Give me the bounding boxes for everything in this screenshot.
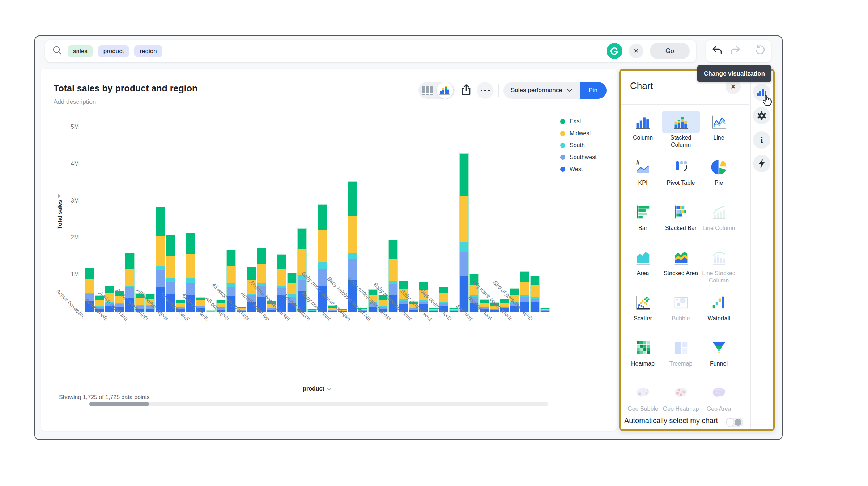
dataset-pin-combo: Sales performance Pin bbox=[503, 82, 607, 99]
bar-segment-southwest[interactable] bbox=[399, 301, 408, 304]
divider bbox=[498, 84, 499, 97]
chart-type-label: Bubble bbox=[672, 315, 690, 322]
chart-type-pivot-table[interactable]: Pivot Table bbox=[662, 156, 700, 187]
pin-button[interactable]: Pin bbox=[580, 82, 607, 99]
stacked-bar-chart-icon bbox=[662, 201, 700, 223]
bar-segment-west[interactable] bbox=[450, 311, 458, 312]
bar-segment-east[interactable] bbox=[520, 272, 529, 282]
chart-type-line[interactable]: Line bbox=[700, 111, 738, 141]
bar-segment-midwest[interactable] bbox=[460, 196, 468, 242]
gear-icon[interactable] bbox=[753, 107, 770, 124]
chart-type-stacked-column[interactable]: Stacked Column bbox=[662, 111, 700, 149]
info-icon[interactable]: i bbox=[753, 131, 770, 149]
bar-segment-southwest[interactable] bbox=[531, 299, 539, 302]
bar-segment-west[interactable] bbox=[531, 302, 539, 312]
answer-card bbox=[41, 69, 617, 431]
chart-type-stacked-bar[interactable]: Stacked Bar bbox=[662, 201, 700, 232]
chevron-down-icon bbox=[567, 87, 573, 94]
bar-segment-midwest[interactable] bbox=[531, 285, 539, 298]
bar-segment-east[interactable] bbox=[510, 289, 519, 295]
chart-type-label: Line Stacked Column bbox=[700, 270, 738, 284]
bar-segment-east[interactable] bbox=[156, 207, 165, 236]
legend-item-east[interactable]: East bbox=[560, 118, 597, 125]
chart-type-label: Line Column bbox=[703, 225, 735, 232]
bar-segment-east[interactable] bbox=[531, 276, 539, 284]
chart-type-column[interactable]: Column bbox=[624, 111, 662, 141]
search-bar[interactable]: salesproductregion ✕ Go bbox=[45, 40, 696, 62]
horizontal-scrollbar[interactable] bbox=[89, 402, 548, 406]
chart-type-label: Bar bbox=[638, 225, 647, 232]
treemap-chart-icon bbox=[662, 337, 700, 359]
dataset-dropdown[interactable]: Sales performance bbox=[503, 82, 580, 99]
bar-segment-southwest[interactable] bbox=[419, 302, 428, 304]
grammarly-icon[interactable] bbox=[607, 43, 622, 59]
x-axis-title[interactable]: product bbox=[295, 385, 339, 392]
legend-label: East bbox=[570, 118, 581, 125]
bar-segment-west[interactable] bbox=[308, 311, 316, 312]
chart-type-heatmap[interactable]: Heatmap bbox=[624, 337, 662, 367]
bar-segment-west[interactable] bbox=[541, 311, 549, 312]
add-description[interactable]: Add description bbox=[54, 98, 96, 106]
data-point-count: Showing 1,725 of 1,725 data points bbox=[59, 394, 150, 401]
change-visualization-tooltip: Change visualization bbox=[697, 65, 771, 82]
column-item-20[interactable] bbox=[277, 254, 286, 312]
lightning-icon[interactable] bbox=[753, 155, 770, 172]
chart-type-label: Geo Heatmap bbox=[663, 405, 699, 413]
bar-segment-east[interactable] bbox=[500, 299, 509, 303]
bar-segment-west[interactable] bbox=[429, 311, 438, 312]
visualization-title[interactable]: Total sales by product and region bbox=[54, 83, 197, 94]
legend-dot bbox=[560, 155, 565, 160]
divider bbox=[621, 413, 749, 413]
clear-search-button[interactable]: ✕ bbox=[629, 44, 643, 58]
search-token-sales[interactable]: sales bbox=[68, 45, 93, 57]
chart-type-label: Waterfall bbox=[707, 315, 730, 322]
chart-type-waterfall[interactable]: Waterfall bbox=[700, 291, 738, 322]
column-item-46[interactable] bbox=[540, 308, 550, 312]
chart-type-funnel[interactable]: Funnel bbox=[700, 337, 738, 367]
chart-type-bar[interactable]: Bar bbox=[624, 201, 662, 232]
column-Bird of paradise capris[interactable] bbox=[530, 276, 540, 312]
bar-chart-icon bbox=[624, 201, 662, 223]
scrollbar-thumb[interactable] bbox=[89, 402, 149, 406]
chart-type-stacked-area[interactable]: Stacked Area bbox=[662, 246, 700, 277]
bar-segment-west[interactable] bbox=[267, 310, 276, 312]
legend-dot bbox=[560, 143, 565, 148]
stacked-area-chart-icon bbox=[662, 246, 700, 269]
y-tick-5M: 5M bbox=[57, 124, 79, 130]
legend-label: Southwest bbox=[570, 154, 597, 161]
chart-type-area[interactable]: Area bbox=[624, 246, 662, 277]
bar-segment-east[interactable] bbox=[318, 205, 327, 230]
chart-type-treemap: Treemap bbox=[662, 337, 700, 367]
bar-segment-east[interactable] bbox=[480, 300, 489, 303]
bar-segment-midwest[interactable] bbox=[520, 282, 529, 296]
bar-segment-east[interactable] bbox=[348, 182, 357, 216]
heatmap-chart-icon bbox=[624, 337, 662, 359]
chart-type-scatter[interactable]: Scatter bbox=[624, 291, 662, 322]
share-button[interactable] bbox=[458, 82, 475, 99]
bar-segment-west[interactable] bbox=[409, 310, 418, 312]
auto-select-toggle[interactable] bbox=[726, 418, 743, 427]
search-token-product[interactable]: product bbox=[98, 45, 129, 57]
legend-item-southwest[interactable]: Southwest bbox=[560, 154, 597, 161]
go-button[interactable]: Go bbox=[650, 43, 690, 59]
legend-item-south[interactable]: South bbox=[560, 142, 597, 149]
chart-view-icon[interactable] bbox=[437, 82, 453, 99]
bar-segment-west[interactable] bbox=[490, 310, 499, 312]
bar-segment-west[interactable] bbox=[207, 312, 215, 312]
bar-segment-west[interactable] bbox=[328, 311, 337, 312]
window-resize-handle[interactable] bbox=[34, 231, 35, 242]
chart-type-kpi[interactable]: #KPI bbox=[624, 156, 662, 187]
chart-type-pie[interactable]: Pie bbox=[700, 156, 738, 187]
chart-type-label: Heatmap bbox=[631, 360, 655, 367]
more-options-button[interactable] bbox=[477, 82, 493, 99]
undo-icon[interactable] bbox=[711, 44, 723, 58]
bar-segment-southwest[interactable] bbox=[520, 297, 529, 302]
bar-segment-east[interactable] bbox=[460, 154, 468, 196]
table-view-icon[interactable] bbox=[418, 86, 437, 95]
search-token-region[interactable]: region bbox=[134, 45, 162, 57]
legend-item-west[interactable]: West bbox=[560, 166, 597, 173]
bar-segment-east[interactable] bbox=[217, 300, 225, 303]
legend-item-midwest[interactable]: Midwest bbox=[560, 130, 597, 137]
column-All-around tank[interactable] bbox=[206, 310, 216, 312]
bar-segment-east[interactable] bbox=[176, 300, 185, 303]
